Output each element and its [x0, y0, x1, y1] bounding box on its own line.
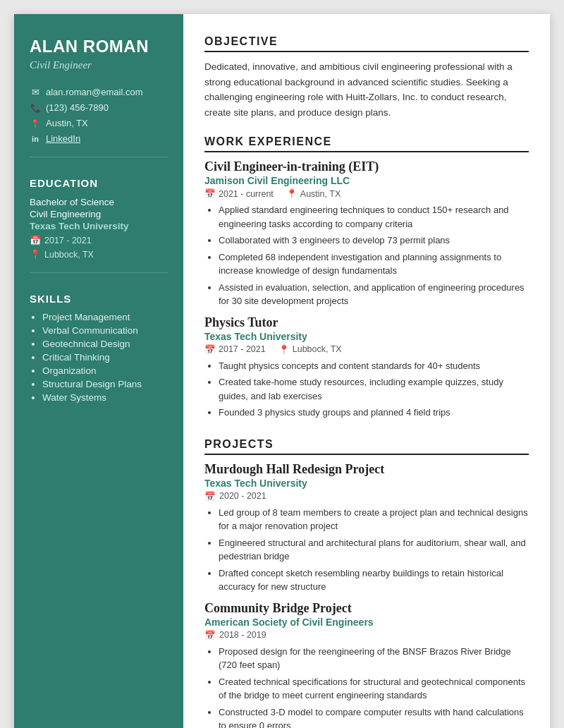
education-title: EDUCATION [30, 177, 168, 189]
proj-cal-icon-1: 📅 [204, 491, 216, 502]
job-company-2: Texas Tech University [204, 331, 529, 342]
project-title-1: Murdough Hall Redesign Project [204, 462, 529, 477]
job-bullets-1: Applied standard engineering techniques … [204, 203, 529, 308]
job-title-2: Physics Tutor [204, 315, 529, 330]
edu-city: Lubbock, TX [44, 250, 94, 260]
phone-value: (123) 456-7890 [46, 102, 109, 113]
bullet: Founded 3 physics study groups and plann… [219, 406, 529, 420]
proj-cal-icon-2: 📅 [204, 630, 216, 641]
bullet: Constructed 3-D model to compare compute… [219, 705, 529, 728]
bullet: Assisted in evaluation, selection, and a… [219, 281, 529, 308]
cal-icon-2: 📅 [204, 344, 216, 355]
bullet: Taught physics concepts and content stan… [219, 359, 529, 373]
edu-years: 2017 - 2021 [44, 236, 92, 245]
candidate-title: Civil Engineer [30, 59, 168, 71]
objective-section-title: OBJECTIVE [204, 35, 529, 52]
skills-section: SKILLS Project Management Verbal Communi… [30, 293, 168, 403]
location-value: Austin, TX [46, 118, 88, 128]
projects-section-title: PROJECTS [204, 438, 529, 455]
edu-field: Civil Engineering [30, 209, 168, 219]
location-icon [30, 118, 41, 128]
sidebar-divider-1 [30, 157, 168, 157]
objective-section: OBJECTIVE Dedicated, innovative, and amb… [204, 35, 529, 120]
phone-contact: (123) 456-7890 [30, 102, 168, 113]
skill-item: Critical Thinking [42, 352, 168, 363]
edu-cal-icon: 📅 [30, 235, 41, 245]
loc-icon-1: 📍 [286, 188, 298, 199]
job-meta-2: 📅 2017 - 2021 📍 Lubbock, TX [204, 344, 529, 355]
job-entry-2: Physics Tutor Texas Tech University 📅 20… [204, 315, 529, 420]
linkedin-value[interactable]: LinkedIn [46, 133, 80, 144]
skill-item: Verbal Communication [42, 325, 168, 336]
project-org-1: Texas Tech University [204, 478, 529, 489]
edu-loc-icon: 📍 [30, 249, 41, 260]
email-value: alan.roman@email.com [46, 87, 142, 97]
education-section: EDUCATION Bachelor of Science Civil Engi… [30, 177, 168, 260]
linkedin-icon [30, 133, 41, 144]
job-meta-1: 📅 2021 - current 📍 Austin, TX [204, 188, 529, 199]
job-meta-loc-2: 📍 Lubbock, TX [278, 344, 342, 355]
sidebar: ALAN ROMAN Civil Engineer alan.roman@ema… [14, 14, 183, 728]
job-company-1: Jamison Civil Engineering LLC [204, 175, 529, 186]
bullet: Completed 68 independent investigation a… [219, 250, 529, 278]
skills-title: SKILLS [30, 293, 168, 305]
contact-section: alan.roman@email.com (123) 456-7890 Aust… [30, 87, 168, 144]
bullet: Drafted concept sketch resembling nearby… [219, 566, 529, 594]
email-contact: alan.roman@email.com [30, 87, 168, 97]
work-experience-title: WORK EXPERIENCE [204, 135, 529, 152]
edu-location-meta: 📍 Lubbock, TX [30, 249, 168, 260]
loc-icon-2: 📍 [278, 344, 290, 355]
work-experience-section: WORK EXPERIENCE Civil Engineer-in-traini… [204, 135, 529, 423]
main-content: OBJECTIVE Dedicated, innovative, and amb… [183, 14, 550, 728]
project-meta-1: 📅 2020 - 2021 [204, 491, 529, 502]
project-title-2: Community Bridge Project [204, 601, 529, 616]
skill-item: Geotechnical Design [42, 339, 168, 349]
skill-item: Water Systems [42, 392, 168, 403]
projects-section: PROJECTS Murdough Hall Redesign Project … [204, 438, 529, 728]
skill-item: Organization [42, 365, 168, 376]
job-meta-loc-1: 📍 Austin, TX [286, 188, 341, 199]
project-entry-2: Community Bridge Project American Societ… [204, 601, 529, 728]
edu-degree: Bachelor of Science [30, 196, 168, 210]
location-contact: Austin, TX [30, 118, 168, 128]
bullet: Created take-home study resources, inclu… [219, 375, 529, 403]
candidate-name: ALAN ROMAN [30, 37, 168, 56]
cal-icon-1: 📅 [204, 188, 216, 199]
sidebar-divider-2 [30, 272, 168, 273]
job-meta-years-2: 📅 2017 - 2021 [204, 344, 266, 355]
project-bullets-1: Led group of 8 team members to create a … [204, 506, 529, 594]
bullet: Led group of 8 team members to create a … [219, 506, 529, 533]
job-entry-1: Civil Engineer-in-training (EIT) Jamison… [204, 159, 529, 308]
job-bullets-2: Taught physics concepts and content stan… [204, 359, 529, 420]
project-org-2: American Society of Civil Engineers [204, 617, 529, 628]
edu-university: Texas Tech University [30, 221, 168, 231]
job-meta-years-1: 📅 2021 - current [204, 188, 274, 199]
bullet: Collaborated with 3 engineers to develop… [219, 233, 529, 248]
bullet: Proposed design for the reengineering of… [219, 645, 529, 672]
job-title-1: Civil Engineer-in-training (EIT) [204, 159, 529, 174]
skill-item: Project Management [42, 312, 168, 322]
email-icon [30, 87, 41, 97]
bullet: Engineered structural and architectural … [219, 536, 529, 564]
bullet: Applied standard engineering techniques … [219, 203, 529, 231]
edu-meta: 📅 2017 - 2021 [30, 235, 168, 245]
resume-wrapper: ALAN ROMAN Civil Engineer alan.roman@ema… [14, 14, 550, 728]
project-entry-1: Murdough Hall Redesign Project Texas Tec… [204, 462, 529, 594]
skill-item: Structural Design Plans [42, 379, 168, 389]
phone-icon [30, 102, 41, 113]
objective-text: Dedicated, innovative, and ambitious civ… [204, 59, 529, 120]
project-meta-2: 📅 2018 - 2019 [204, 630, 529, 641]
bullet: Created technical specifications for str… [219, 675, 529, 703]
skills-list: Project Management Verbal Communication … [30, 312, 168, 403]
linkedin-contact[interactable]: LinkedIn [30, 133, 168, 144]
project-bullets-2: Proposed design for the reengineering of… [204, 645, 529, 728]
